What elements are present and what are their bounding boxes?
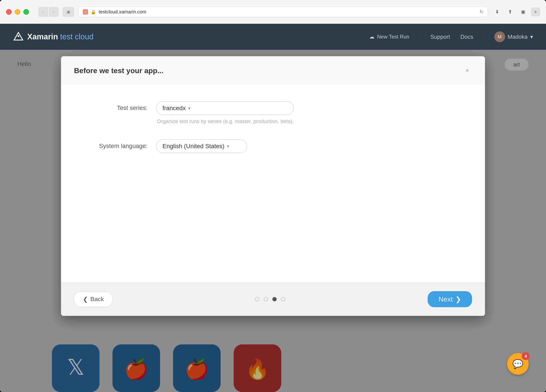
tab-view-button[interactable]: ▣ xyxy=(63,7,74,17)
close-window-button[interactable] xyxy=(6,9,12,15)
system-language-field: English (United States) ▾ xyxy=(156,140,247,153)
test-series-dropdown[interactable]: francedx ▾ xyxy=(156,101,294,115)
app-logo-icon xyxy=(13,31,24,42)
next-button[interactable]: Next ❯ xyxy=(428,291,472,307)
header-divider xyxy=(420,33,420,40)
cloud-upload-icon: ☁ xyxy=(369,34,374,40)
share-icon: ⬆ xyxy=(508,9,512,15)
sidebar-icon: ▣ xyxy=(521,9,526,15)
minimize-window-button[interactable] xyxy=(15,9,20,15)
forward-icon: › xyxy=(53,10,54,14)
back-button[interactable]: ‹ xyxy=(39,7,48,17)
chat-widget[interactable]: 💬 4 xyxy=(507,353,529,375)
new-test-run-button[interactable]: ☁ New Test Run xyxy=(369,34,409,40)
pagination-dot-2 xyxy=(264,297,268,301)
chevron-down-icon: ▾ xyxy=(188,105,190,111)
test-series-label: Test series: xyxy=(87,101,156,111)
modal-body: Test series: francedx ▾ Organize test ru… xyxy=(61,84,485,282)
modal-dialog: Before we test your app... × Test series… xyxy=(61,56,485,316)
main-content: Hello art 𝕏 🍎 🍎 xyxy=(0,50,546,392)
system-language-label: System language: xyxy=(87,140,156,150)
next-arrow-icon: ❯ xyxy=(455,295,461,303)
modal-title: Before we test your app... xyxy=(74,66,163,75)
chat-icon: 💬 xyxy=(513,359,523,369)
modal-close-button[interactable]: × xyxy=(462,66,472,75)
nav-buttons: ‹ › xyxy=(39,7,58,17)
header-divider-2 xyxy=(484,33,484,40)
download-icon: ⬇ xyxy=(495,9,499,15)
system-language-dropdown[interactable]: English (United States) ▾ xyxy=(156,140,247,153)
test-series-hint: Organize test runs by series (e.g. maste… xyxy=(156,118,294,124)
pagination-dot-3 xyxy=(272,297,277,301)
url-bar[interactable]: ⚡ 🔒 testcloud.xamarin.com ↻ xyxy=(78,7,488,17)
app-logo: Xamarin test cloud xyxy=(13,31,93,42)
modal-overlay: Before we test your app... × Test series… xyxy=(0,50,546,392)
close-icon: × xyxy=(466,67,469,74)
favicon: ⚡ xyxy=(83,9,88,14)
pagination-dots xyxy=(255,297,285,301)
test-series-field: francedx ▾ Organize test runs by series … xyxy=(156,101,294,124)
pagination-dot-1 xyxy=(255,297,259,301)
plus-icon: + xyxy=(534,9,537,15)
sidebar-toggle[interactable]: ▣ xyxy=(518,7,528,17)
modal-header: Before we test your app... × xyxy=(61,56,485,84)
modal-footer: ❮ Back Next ❯ xyxy=(61,282,485,316)
avatar: M xyxy=(494,31,505,42)
system-language-row: System language: English (United States)… xyxy=(87,140,459,153)
svg-point-1 xyxy=(18,35,19,37)
lock-icon: 🔒 xyxy=(91,9,96,14)
chat-badge: 4 xyxy=(522,352,530,360)
user-menu[interactable]: M Madoka ▾ xyxy=(494,31,533,42)
forward-button[interactable]: › xyxy=(49,7,58,17)
header-right: ☁ New Test Run Support Docs M Madoka ▾ xyxy=(369,31,533,42)
url-text: testcloud.xamarin.com xyxy=(99,9,146,15)
test-series-row: Test series: francedx ▾ Organize test ru… xyxy=(87,101,459,124)
download-button[interactable]: ⬇ xyxy=(492,7,502,17)
chevron-down-icon: ▾ xyxy=(227,144,229,149)
app-header: Xamarin test cloud ☁ New Test Run Suppor… xyxy=(0,24,546,50)
title-bar-right: ⬇ ⬆ ▣ + xyxy=(492,7,540,17)
title-bar: ‹ › ▣ ⚡ 🔒 testcloud.xamarin.com ↻ ⬇ ⬆ ▣ xyxy=(0,0,546,24)
mac-window: ‹ › ▣ ⚡ 🔒 testcloud.xamarin.com ↻ ⬇ ⬆ ▣ xyxy=(0,0,546,392)
support-link[interactable]: Support xyxy=(430,33,450,40)
refresh-icon[interactable]: ↻ xyxy=(480,9,483,15)
docs-link[interactable]: Docs xyxy=(460,33,473,40)
back-arrow-icon: ❮ xyxy=(83,296,88,303)
app-name: Xamarin test cloud xyxy=(27,32,93,41)
back-button[interactable]: ❮ Back xyxy=(74,292,113,307)
chevron-down-icon: ▾ xyxy=(530,33,533,40)
pagination-dot-4 xyxy=(281,297,285,301)
add-tab-button[interactable]: + xyxy=(531,7,540,16)
maximize-window-button[interactable] xyxy=(23,9,29,15)
back-icon: ‹ xyxy=(43,10,44,14)
tab-icon: ▣ xyxy=(67,10,70,14)
traffic-lights xyxy=(6,9,29,15)
share-button[interactable]: ⬆ xyxy=(505,7,515,17)
